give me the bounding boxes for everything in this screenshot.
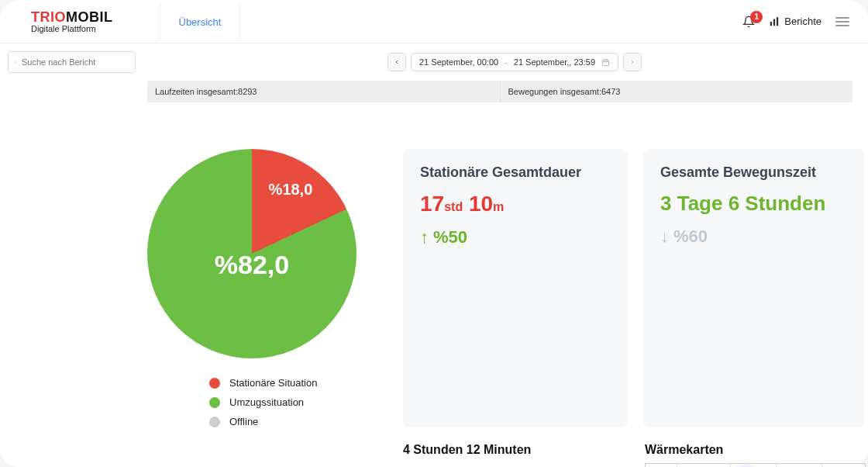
summary-runtimes-value: 8293 <box>238 87 257 96</box>
svg-point-3 <box>16 61 17 63</box>
unit-hours: std <box>444 200 463 213</box>
legend-label: Umzugssituation <box>229 396 304 408</box>
value-hours: 17 <box>420 192 444 216</box>
reports-link[interactable]: Berichte <box>769 16 822 27</box>
legend-label: Offline <box>229 416 258 427</box>
card-value: 3 Tage 6 Stunden <box>660 192 847 216</box>
svg-rect-2 <box>777 17 778 26</box>
svg-point-22 <box>723 464 769 467</box>
pie-legend: Stationäre Situation Umzugssituation Off… <box>209 377 388 427</box>
dot-icon <box>209 417 220 427</box>
card-stationary-duration: Stationäre Gesamtdauer 17std 10m %50 <box>403 149 628 427</box>
card-moving-duration: Gesamte Bewegunszeit 3 Tage 6 Stunden %6… <box>643 149 864 427</box>
notification-badge: 1 <box>750 11 763 23</box>
status-pie-chart: %18,0 %82,0 <box>147 149 356 358</box>
app-window: TRIOMOBIL Digitale Plattform Übersicht 1… <box>0 0 868 467</box>
menu-button[interactable] <box>835 17 849 26</box>
chevron-right-icon <box>629 59 636 65</box>
date-navigator: 21 September, 00:00 - 21 September,, 23:… <box>388 53 642 71</box>
heatmap-svg <box>646 464 865 467</box>
header: TRIOMOBIL Digitale Plattform Übersicht 1… <box>0 0 868 43</box>
date-next-button[interactable] <box>623 53 642 71</box>
legend-item-offline: Offline <box>209 416 388 427</box>
header-right: 1 Berichte <box>742 16 849 28</box>
svg-rect-5 <box>602 60 608 65</box>
mini-chart-title: 4 Stunden 12 Minuten <box>403 443 628 457</box>
card-title: Stationäre Gesamtdauer <box>420 164 611 181</box>
card-title: Gesamte Bewegunszeit <box>660 164 847 181</box>
chevron-left-icon <box>394 59 400 65</box>
delta-value: %50 <box>433 227 467 247</box>
date-to: 21 September,, 23:59 <box>514 57 595 67</box>
reports-label: Berichte <box>784 16 822 27</box>
summary-movements-value: 6473 <box>601 87 620 96</box>
dot-icon <box>209 397 220 408</box>
tab-overview[interactable]: Übersicht <box>160 2 241 41</box>
toolbar-row: 21 September, 00:00 - 21 September,, 23:… <box>0 43 868 81</box>
value-minutes: 10 <box>469 192 493 216</box>
pie-label-stationary: %18,0 <box>269 181 313 199</box>
heatmap-image[interactable] <box>645 463 866 467</box>
logo-part1: TRIO <box>31 9 66 25</box>
summary-runtimes: Laufzeiten insgesamt:8293 <box>147 81 501 102</box>
summary-bar: Laufzeiten insgesamt:8293 Bewegungen ins… <box>147 81 852 102</box>
search-icon <box>15 58 17 67</box>
card-delta: %60 <box>660 227 847 247</box>
pie-panel: %18,0 %82,0 Stationäre Situation Umzugss… <box>147 149 388 427</box>
heatmap-title: Wärmekarten <box>645 443 866 457</box>
legend-item-moving: Umzugssituation <box>209 396 388 408</box>
mini-chart-panel: 4 Stunden 12 Minuten <box>403 443 628 467</box>
lower-grid: 4 Stunden 12 Minuten Wärmekarten <box>403 443 845 467</box>
summary-movements-label: Bewegungen insgesamt: <box>508 87 601 96</box>
card-value: 17std 10m <box>420 192 611 216</box>
unit-minutes: m <box>493 200 504 213</box>
calendar-icon <box>601 58 610 67</box>
date-range-picker[interactable]: 21 September, 00:00 - 21 September,, 23:… <box>411 53 618 71</box>
svg-line-4 <box>16 63 17 64</box>
pie-label-moving: %82,0 <box>215 249 289 279</box>
heatmap-panel: Wärmekarten <box>645 443 866 467</box>
dot-icon <box>209 378 220 389</box>
date-from: 21 September, 00:00 <box>419 57 498 67</box>
arrow-down-icon <box>660 227 669 247</box>
legend-label: Stationäre Situation <box>229 377 317 389</box>
svg-rect-0 <box>770 22 772 26</box>
summary-runtimes-label: Laufzeiten insgesamt: <box>155 87 238 96</box>
svg-rect-1 <box>773 19 775 26</box>
card-delta: %50 <box>420 227 611 247</box>
notifications-button[interactable]: 1 <box>742 16 755 28</box>
date-prev-button[interactable] <box>388 53 406 71</box>
tabs: Übersicht <box>160 2 241 41</box>
chart-icon <box>769 16 780 27</box>
search-box[interactable] <box>8 51 136 73</box>
date-separator: - <box>505 57 508 67</box>
arrow-up-icon <box>420 227 429 247</box>
logo-part2: MOBIL <box>66 9 113 25</box>
logo-subtitle: Digitale Plattform <box>31 24 113 33</box>
main-grid: %18,0 %82,0 Stationäre Situation Umzugss… <box>0 102 868 435</box>
search-input[interactable] <box>22 57 129 67</box>
summary-movements: Bewegungen insgesamt: 6473 <box>501 81 853 102</box>
delta-value: %60 <box>673 227 708 247</box>
legend-item-stationary: Stationäre Situation <box>209 377 388 389</box>
logo: TRIOMOBIL Digitale Plattform <box>31 9 113 33</box>
